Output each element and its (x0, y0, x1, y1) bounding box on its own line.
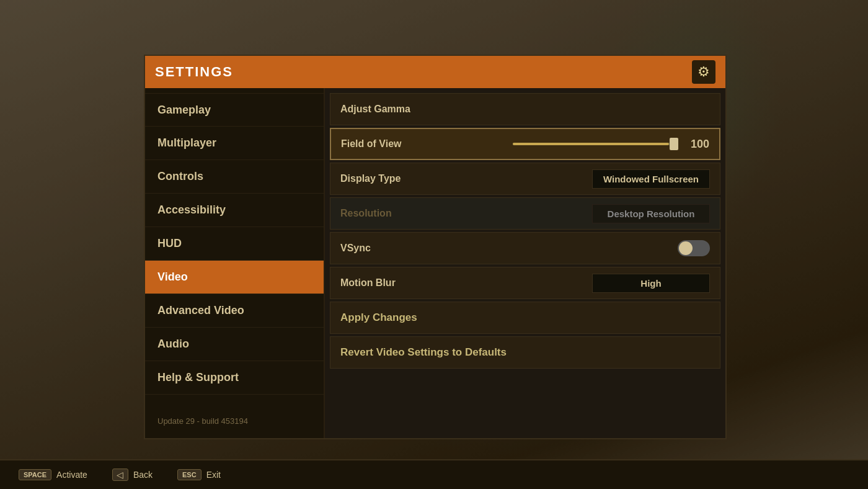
bottom-bar: Space Activate ◁ Back Esc Exit (0, 459, 868, 489)
fov-value: 100 (684, 138, 709, 151)
adjust-gamma-row[interactable]: Adjust Gamma (330, 93, 720, 125)
main-content: Adjust Gamma Field of View 100 Display T… (325, 88, 725, 438)
sidebar-item-hud[interactable]: HUD (145, 227, 324, 261)
space-key: Space (19, 469, 51, 480)
adjust-gamma-label: Adjust Gamma (340, 104, 710, 115)
fov-slider-fill (513, 143, 669, 145)
hint-back: ◁ Back (112, 469, 153, 481)
sidebar-item-gameplay[interactable]: Gameplay (145, 93, 324, 127)
display-type-label: Display Type (340, 173, 592, 184)
settings-body: Gameplay Multiplayer Controls Accessibil… (145, 88, 725, 438)
hint-activate: Space Activate (19, 469, 87, 480)
fov-label: Field of View (341, 138, 505, 150)
apply-changes-row[interactable]: Apply Changes (330, 302, 720, 334)
resolution-row: Resolution Desktop Resolution (330, 197, 720, 230)
motion-blur-control[interactable]: High (592, 274, 710, 293)
vsync-control[interactable] (678, 240, 710, 256)
vsync-knob (679, 241, 693, 255)
hint-exit: Esc Exit (177, 469, 221, 480)
sidebar-item-audio[interactable]: Audio (145, 328, 324, 361)
settings-header: SETTINGS ⚙ (145, 56, 725, 88)
revert-row[interactable]: Revert Video Settings to Defaults (330, 336, 720, 369)
vsync-label: VSync (340, 243, 678, 254)
vsync-row[interactable]: VSync (330, 232, 720, 264)
resolution-dropdown: Desktop Resolution (592, 204, 710, 223)
fov-slider[interactable] (513, 143, 677, 145)
apply-changes-label: Apply Changes (340, 312, 710, 324)
resolution-control: Desktop Resolution (592, 204, 710, 223)
back-key-icon: ◁ (112, 469, 128, 481)
sidebar-item-advanced-video[interactable]: Advanced Video (145, 294, 324, 328)
sidebar-item-accessibility[interactable]: Accessibility (145, 194, 324, 227)
display-type-control[interactable]: Windowed Fullscreen (592, 169, 710, 189)
display-type-dropdown[interactable]: Windowed Fullscreen (592, 169, 710, 189)
sidebar-item-controls[interactable]: Controls (145, 160, 324, 194)
vsync-toggle[interactable] (678, 240, 710, 256)
motion-blur-dropdown[interactable]: High (592, 274, 710, 293)
sidebar-item-video[interactable]: Video (145, 261, 324, 294)
fov-slider-thumb (670, 138, 678, 150)
motion-blur-label: Motion Blur (340, 277, 592, 289)
gear-icon[interactable]: ⚙ (692, 60, 715, 84)
fov-row: Field of View 100 (330, 128, 720, 160)
display-type-row[interactable]: Display Type Windowed Fullscreen (330, 163, 720, 195)
sidebar-item-help-support[interactable]: Help & Support (145, 361, 324, 395)
sidebar-version: Update 29 - build 453194 (145, 409, 324, 433)
settings-title: SETTINGS (155, 64, 233, 80)
motion-blur-row[interactable]: Motion Blur High (330, 267, 720, 299)
settings-modal: SETTINGS ⚙ Gameplay Multiplayer Controls… (144, 55, 727, 439)
sidebar-item-multiplayer[interactable]: Multiplayer (145, 127, 324, 160)
revert-label: Revert Video Settings to Defaults (340, 346, 710, 359)
resolution-label: Resolution (340, 208, 592, 219)
fov-slider-container[interactable] (513, 143, 677, 145)
sidebar: Gameplay Multiplayer Controls Accessibil… (145, 88, 325, 438)
esc-key: Esc (177, 469, 202, 480)
